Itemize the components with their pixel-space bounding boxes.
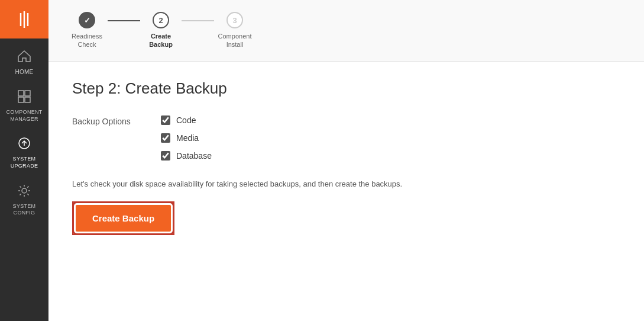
checkbox-media-label: Media	[176, 133, 199, 143]
system-config-icon	[18, 184, 31, 201]
info-text: Let's check your disk space availability…	[72, 178, 620, 190]
checkbox-code[interactable]: Code	[161, 115, 212, 125]
sidebar-item-system-config[interactable]: SYSTEM CONFIG	[0, 177, 48, 224]
magento-logo-icon	[12, 8, 36, 31]
svg-rect-1	[25, 91, 30, 96]
create-backup-button[interactable]: Create Backup	[76, 205, 171, 232]
step-3-label: ComponentInstall	[214, 32, 255, 49]
create-backup-button-wrapper: Create Backup	[72, 201, 174, 235]
svg-rect-3	[25, 97, 30, 102]
checkbox-code-label: Code	[176, 115, 196, 125]
sidebar-item-home[interactable]: HOME	[0, 43, 48, 83]
step-2-circle: 2	[153, 12, 169, 28]
connector-1-2	[108, 20, 140, 21]
step-3-circle: 3	[226, 12, 243, 28]
page-content: Step 2: Create Backup Backup Options Cod…	[48, 62, 644, 253]
backup-options-label: Backup Options	[72, 115, 161, 126]
backup-options-row: Backup Options Code Media Database	[72, 115, 620, 160]
checkbox-database[interactable]: Database	[161, 151, 212, 160]
component-manager-icon	[18, 90, 31, 107]
stepper: ✓ ReadinessCheck 2 CreateBackup 3 Compon…	[66, 12, 255, 49]
checkbox-group: Code Media Database	[161, 115, 212, 160]
checkbox-media[interactable]: Media	[161, 133, 212, 143]
sidebar-navigation: HOME COMPONENT MANAGER SYSTEM UPGRAD	[0, 43, 48, 224]
svg-rect-2	[18, 97, 24, 102]
step-1-label: ReadinessCheck	[66, 32, 108, 49]
checkbox-code-input[interactable]	[161, 115, 170, 125]
connector-2-3	[182, 20, 214, 21]
step-1-circle: ✓	[79, 12, 95, 28]
step-2-label: CreateBackup	[140, 32, 182, 49]
main-content: ✓ ReadinessCheck 2 CreateBackup 3 Compon…	[48, 0, 644, 321]
sidebar: HOME COMPONENT MANAGER SYSTEM UPGRAD	[0, 0, 48, 321]
sidebar-item-system-config-label: SYSTEM CONFIG	[2, 203, 46, 217]
home-icon	[18, 50, 31, 66]
page-title: Step 2: Create Backup	[72, 79, 620, 98]
sidebar-item-system-upgrade-label: SYSTEM UPGRADE	[2, 156, 46, 169]
svg-rect-0	[18, 91, 24, 96]
svg-point-5	[22, 188, 27, 193]
sidebar-item-component-manager[interactable]: COMPONENT MANAGER	[0, 83, 48, 130]
sidebar-logo[interactable]	[0, 0, 48, 38]
step-3: 3 ComponentInstall	[214, 12, 255, 49]
sidebar-item-home-label: HOME	[15, 68, 33, 76]
checkbox-database-input[interactable]	[161, 151, 170, 160]
stepper-bar: ✓ ReadinessCheck 2 CreateBackup 3 Compon…	[48, 0, 644, 62]
checkbox-database-label: Database	[176, 151, 212, 160]
step-1: ✓ ReadinessCheck	[66, 12, 108, 49]
step-2: 2 CreateBackup	[140, 12, 182, 49]
sidebar-item-system-upgrade[interactable]: SYSTEM UPGRADE	[0, 130, 48, 176]
checkbox-media-input[interactable]	[161, 133, 170, 143]
system-upgrade-icon	[18, 137, 31, 153]
sidebar-item-component-manager-label: COMPONENT MANAGER	[2, 109, 46, 123]
